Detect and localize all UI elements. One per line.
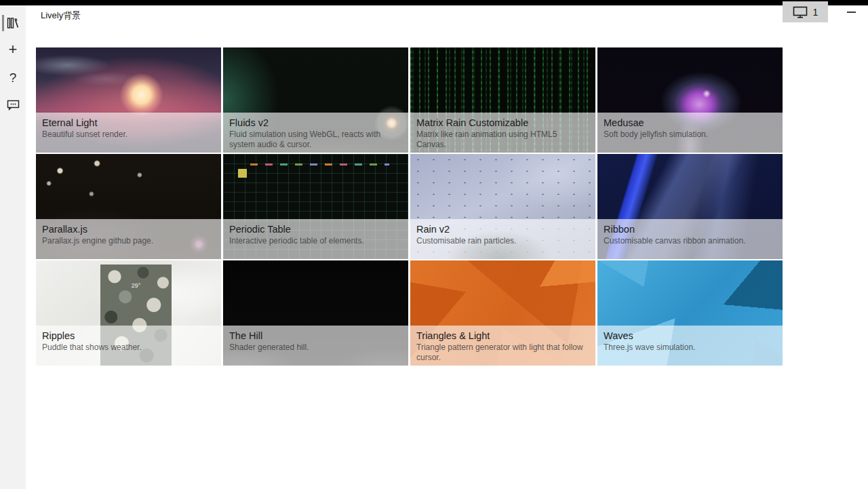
display-count: 1 <box>813 7 818 18</box>
wallpaper-description: Customisable canvas ribbon animation. <box>604 236 776 246</box>
wallpaper-title: The Hill <box>229 330 401 342</box>
titlebar <box>0 0 868 5</box>
feedback-icon <box>7 99 20 111</box>
wallpaper-description: Interactive periodic table of elements. <box>229 236 401 246</box>
wallpaper-description: Fluid simulation using WebGL, reacts wit… <box>229 130 401 150</box>
wallpaper-card[interactable]: The Hill Shader generated hill. <box>223 260 408 366</box>
wallpaper-title: Rain v2 <box>416 223 589 235</box>
wallpaper-title: Waves <box>604 330 776 342</box>
wallpaper-description: Puddle that shows weather. <box>42 343 214 353</box>
monitor-icon <box>793 6 808 18</box>
wallpaper-card[interactable]: Eternal Light Beautiful sunset render. <box>36 47 221 153</box>
sidebar-item-feedback[interactable] <box>0 93 26 116</box>
wallpaper-title: Parallax.js <box>42 223 214 235</box>
sidebar-item-add[interactable]: + <box>0 38 26 61</box>
wallpaper-card[interactable]: Ribbon Customisable canvas ribbon animat… <box>597 154 783 259</box>
wallpaper-card[interactable]: 29° Ripples Puddle that shows weather. <box>36 260 221 366</box>
wallpaper-card[interactable]: Medusae Soft body jellyfish simulation. <box>597 47 783 153</box>
wallpaper-title: Matrix Rain Customizable <box>416 117 589 129</box>
wallpaper-card[interactable]: Matrix Rain Customizable Matrix like rai… <box>410 47 595 153</box>
wallpaper-description: Triangle pattern generator with light th… <box>416 343 589 363</box>
wallpaper-card[interactable]: Waves Three.js wave simulation. <box>597 260 783 366</box>
wallpaper-title: Triangles & Light <box>416 330 589 342</box>
wallpaper-title: Fluids v2 <box>229 117 401 129</box>
library-icon <box>7 17 19 29</box>
wallpaper-title: Ribbon <box>604 223 776 235</box>
wallpaper-title: Eternal Light <box>42 117 214 129</box>
wallpaper-caption: Fluids v2 Fluid simulation using WebGL, … <box>223 113 408 153</box>
help-icon: ? <box>9 71 17 84</box>
wallpaper-caption: Waves Three.js wave simulation. <box>597 326 783 366</box>
page-title: Lively背景 <box>41 9 81 22</box>
wallpaper-caption: Medusae Soft body jellyfish simulation. <box>597 113 783 153</box>
wallpaper-description: Matrix like rain animation using HTML5 C… <box>416 130 589 150</box>
wallpaper-caption: Parallax.js Parallax.js engine github pa… <box>36 219 221 259</box>
sidebar-item-help[interactable]: ? <box>0 66 26 89</box>
wallpaper-description: Beautiful sunset render. <box>42 130 214 140</box>
wallpaper-description: Shader generated hill. <box>229 343 401 353</box>
wallpaper-grid: Eternal Light Beautiful sunset render. F… <box>36 47 785 366</box>
selection-indicator <box>2 15 4 31</box>
wallpaper-caption: Triangles & Light Triangle pattern gener… <box>410 326 595 366</box>
wallpaper-caption: Periodic Table Interactive periodic tabl… <box>223 219 408 259</box>
minimize-button[interactable] <box>835 3 867 22</box>
wallpaper-card[interactable]: Rain v2 Customisable rain particles. <box>410 154 595 259</box>
wallpaper-caption: Ribbon Customisable canvas ribbon animat… <box>597 219 783 259</box>
weather-temperature: 29° <box>100 282 172 289</box>
sidebar: + ? <box>0 5 26 489</box>
wallpaper-caption: The Hill Shader generated hill. <box>223 326 408 366</box>
wallpaper-card[interactable]: Parallax.js Parallax.js engine github pa… <box>36 154 221 259</box>
display-selector-button[interactable]: 1 <box>783 1 828 22</box>
wallpaper-title: Ripples <box>42 330 214 342</box>
wallpaper-title: Periodic Table <box>229 223 401 235</box>
wallpaper-description: Three.js wave simulation. <box>604 343 776 353</box>
plus-icon: + <box>9 42 18 57</box>
wallpaper-caption: Ripples Puddle that shows weather. <box>36 326 221 366</box>
wallpaper-caption: Eternal Light Beautiful sunset render. <box>36 113 221 153</box>
minimize-icon <box>847 12 856 13</box>
wallpaper-description: Parallax.js engine github page. <box>42 236 214 246</box>
wallpaper-caption: Rain v2 Customisable rain particles. <box>410 219 595 259</box>
wallpaper-card[interactable]: Triangles & Light Triangle pattern gener… <box>410 260 595 366</box>
wallpaper-card[interactable]: Periodic Table Interactive periodic tabl… <box>223 154 408 259</box>
sidebar-item-library[interactable] <box>0 12 26 35</box>
wallpaper-caption: Matrix Rain Customizable Matrix like rai… <box>410 113 595 153</box>
wallpaper-description: Soft body jellyfish simulation. <box>604 130 776 140</box>
wallpaper-card[interactable]: Fluids v2 Fluid simulation using WebGL, … <box>223 47 408 153</box>
wallpaper-description: Customisable rain particles. <box>416 236 589 246</box>
wallpaper-title: Medusae <box>604 117 776 129</box>
